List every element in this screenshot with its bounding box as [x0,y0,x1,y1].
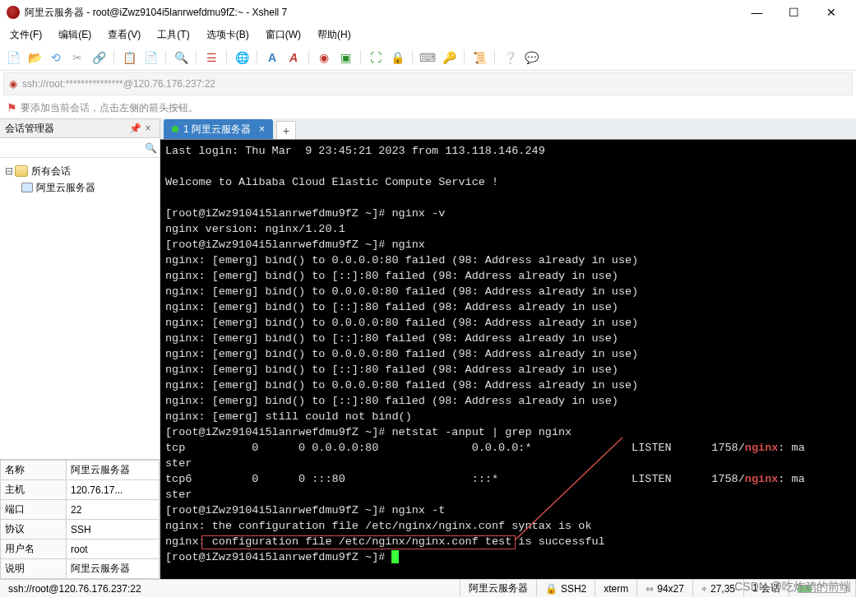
property-key: 端口 [1,500,67,520]
new-session-icon[interactable]: 📄 [5,49,21,66]
toolbar: 📄 📂 ⟲ ✂ 🔗 📋 📄 🔍 ☰ 🌐 A A ◉ ▣ ⛶ 🔒 ⌨ 🔑 📜 ❔ … [0,44,856,71]
panel-header: 会话管理器 📌 × [0,118,160,138]
content-area: 1 阿里云服务器 × + Last login: Thu Mar 9 23:45… [160,118,856,579]
annotation-line [516,438,622,540]
script-icon[interactable]: 📜 [471,49,488,66]
tab-close-icon[interactable]: × [259,123,265,135]
property-key: 主机 [1,480,67,500]
properties-icon[interactable]: ☰ [203,49,220,66]
panel-title: 会话管理器 [5,122,54,136]
toolbar-separator [464,50,465,65]
copy-icon[interactable]: 📋 [121,49,137,66]
watermark: CSDN @吃炸鸡的前端 [734,580,851,595]
tab-session[interactable]: 1 阿里云服务器 × [164,119,273,139]
property-key: 名称 [1,461,67,480]
open-session-icon[interactable]: 📂 [26,49,43,66]
toolbar-separator [412,50,413,65]
info-hint-text: 要添加当前会话，点击左侧的箭头按钮。 [21,101,198,115]
font-icon[interactable]: A [264,49,280,66]
property-value: 22 [67,500,160,520]
help-icon[interactable]: ❔ [502,49,518,66]
title-bar: 阿里云服务器 - root@iZwz9104i5lanrwefdmu9fZ:~ … [0,0,856,25]
annotation-box [201,535,516,549]
toolbar-separator [494,50,495,65]
pin-icon[interactable]: 📌 [128,123,141,134]
status-ssh: 🔒SSH2 [537,580,595,597]
tree-session[interactable]: 阿里云服务器 [3,179,156,196]
key-icon[interactable]: 🔑 [441,49,457,66]
menu-view[interactable]: 查看(V) [103,26,146,44]
session-search-input[interactable] [0,142,141,154]
expand-icon[interactable]: ⊟ [3,165,15,177]
property-value: 阿里云服务器 [67,559,160,579]
menu-file[interactable]: 文件(F) [5,26,47,44]
maximize-button[interactable]: ☐ [775,1,812,24]
minimize-button[interactable]: — [738,1,775,24]
toolbar-separator [257,50,257,65]
session-manager-panel: 会话管理器 📌 × 🔍 ⊟ 所有会话 阿里云服务器 名称阿里云服务器主机120.… [0,118,160,579]
link-icon[interactable]: 🔗 [90,49,107,66]
ssh-icon: ◉ [9,78,17,90]
search-icon[interactable]: 🔍 [141,142,160,154]
feedback-icon[interactable]: 💬 [523,49,539,66]
terminal[interactable]: Last login: Thu Mar 9 23:45:21 2023 from… [160,140,856,579]
toolbar-separator [308,50,309,65]
xftp-icon[interactable]: ▣ [337,49,354,66]
svg-line-0 [516,438,622,540]
main-area: 会话管理器 📌 × 🔍 ⊟ 所有会话 阿里云服务器 名称阿里云服务器主机120.… [0,118,856,579]
property-value: root [67,540,160,559]
toolbar-separator [113,50,114,65]
app-icon [7,6,20,19]
fullscreen-icon[interactable]: ⛶ [368,49,384,66]
status-path: ssh://root@120.76.176.237:22 [0,580,460,597]
toolbar-separator [196,50,197,65]
menu-tools[interactable]: 工具(T) [152,26,194,44]
lock-icon[interactable]: 🔒 [389,49,405,66]
status-dot-icon [172,126,178,132]
panel-close-icon[interactable]: × [141,123,155,134]
status-bar: ssh://root@120.76.176.237:22 阿里云服务器 🔒SSH… [0,579,856,597]
tree-session-label: 阿里云服务器 [36,181,95,195]
status-size: ⇔94x27 [637,580,693,597]
menu-window[interactable]: 窗口(W) [261,26,306,44]
status-host: 阿里云服务器 [460,580,537,597]
toolbar-separator [226,50,227,65]
toolbar-separator [165,50,166,65]
session-icon [21,183,33,192]
menu-tabs[interactable]: 选项卡(B) [201,26,254,44]
menu-edit[interactable]: 编辑(E) [53,26,96,44]
window-title: 阿里云服务器 - root@iZwz9104i5lanrwefdmu9fZ:~ … [25,6,738,20]
property-key: 说明 [1,559,67,579]
folder-icon [15,165,28,177]
flag-icon: ⚑ [7,101,17,114]
keyboard-icon[interactable]: ⌨ [419,49,436,66]
session-tree: ⊟ 所有会话 阿里云服务器 [0,158,160,201]
status-term: xterm [595,580,637,597]
tab-label: 1 阿里云服务器 [183,123,251,137]
property-row: 说明阿里云服务器 [1,559,160,579]
find-icon[interactable]: 🔍 [173,49,189,66]
menu-bar: 文件(F) 编辑(E) 查看(V) 工具(T) 选项卡(B) 窗口(W) 帮助(… [0,25,856,44]
session-search: 🔍 [0,138,160,158]
reconnect-icon[interactable]: ⟲ [48,49,64,66]
tree-root[interactable]: ⊟ 所有会话 [3,163,156,179]
paste-icon[interactable]: 📄 [142,49,159,66]
session-properties: 名称阿里云服务器主机120.76.17...端口22协议SSH用户名root说明… [0,459,160,579]
address-bar[interactable]: ◉ ssh://root:***************@120.76.176.… [3,72,853,95]
menu-help[interactable]: 帮助(H) [312,26,356,44]
property-value: 120.76.17... [67,480,160,500]
property-row: 名称阿里云服务器 [1,461,160,480]
info-hint-bar: ⚑ 要添加当前会话，点击左侧的箭头按钮。 [0,97,856,118]
globe-icon[interactable]: 🌐 [234,49,250,66]
disconnect-icon[interactable]: ✂ [69,49,86,66]
tree-root-label: 所有会话 [31,164,71,178]
xagent-icon[interactable]: ◉ [316,49,332,66]
close-button[interactable]: ✕ [812,1,849,24]
property-row: 端口22 [1,500,160,520]
add-tab-button[interactable]: + [276,121,296,139]
color-font-icon[interactable]: A [285,49,302,66]
property-key: 协议 [1,520,67,540]
property-row: 用户名root [1,540,160,559]
property-key: 用户名 [1,540,67,559]
property-row: 主机120.76.17... [1,480,160,500]
